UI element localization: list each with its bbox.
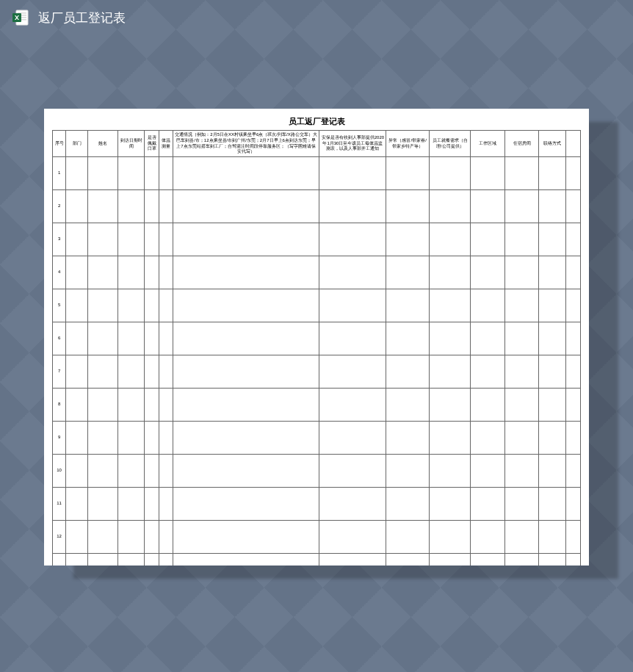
window-titlebar: 返厂员工登记表 [0, 0, 633, 35]
cell-empty [471, 190, 504, 223]
cell-empty [173, 488, 319, 521]
sheet-title: 员工返厂登记表 [44, 109, 589, 130]
cell-empty [145, 455, 159, 488]
cell-empty [319, 190, 386, 223]
cell-empty [539, 554, 565, 566]
cell-empty [539, 256, 565, 289]
cell-empty [173, 455, 319, 488]
cell-empty [471, 488, 504, 521]
cell-empty [429, 223, 471, 256]
cell-empty [145, 289, 159, 322]
sheet-container: 员工返厂登记表 序号 部门 姓名 到达日期时间 是否佩戴口罩 体温测量 交通情况… [44, 109, 589, 566]
cell-empty [504, 455, 538, 488]
cell-seq: 8 [53, 389, 66, 422]
cell-seq: 1 [53, 157, 66, 190]
cell-empty [173, 322, 319, 355]
cell-empty [145, 256, 159, 289]
cell-empty [145, 488, 159, 521]
cell-empty [173, 554, 319, 566]
cell-empty [66, 389, 88, 422]
cell-empty [539, 190, 565, 223]
cell-empty [565, 455, 580, 488]
cell-empty [386, 554, 430, 566]
table-row: 6 [53, 322, 581, 355]
cell-seq: 10 [53, 455, 66, 488]
cell-empty [429, 157, 471, 190]
cell-empty [117, 223, 144, 256]
cell-empty [88, 289, 117, 322]
cell-empty [471, 554, 504, 566]
cell-empty [429, 521, 471, 554]
cell-empty [66, 488, 88, 521]
cell-empty [88, 190, 117, 223]
cell-empty [429, 488, 471, 521]
cell-empty [565, 223, 580, 256]
cell-empty [386, 322, 430, 355]
cell-empty [319, 289, 386, 322]
cell-empty [66, 223, 88, 256]
cell-empty [117, 455, 144, 488]
col-name: 姓名 [88, 131, 117, 157]
window-title: 返厂员工登记表 [38, 10, 126, 26]
table-row: 2 [53, 190, 581, 223]
cell-empty [539, 422, 565, 455]
cell-empty [117, 157, 144, 190]
cell-empty [88, 422, 117, 455]
cell-empty [539, 322, 565, 355]
cell-empty [117, 190, 144, 223]
cell-empty [386, 289, 430, 322]
cell-empty [565, 289, 580, 322]
cell-empty [386, 488, 430, 521]
cell-empty [117, 355, 144, 389]
table-row: 9 [53, 422, 581, 455]
cell-empty [173, 355, 319, 389]
cell-empty [539, 223, 565, 256]
cell-empty [159, 521, 173, 554]
cell-empty [117, 289, 144, 322]
cell-empty [539, 521, 565, 554]
cell-empty [386, 256, 430, 289]
cell-empty [88, 488, 117, 521]
cell-empty [429, 389, 471, 422]
cell-empty [145, 389, 159, 422]
cell-empty [66, 355, 88, 389]
cell-empty [429, 355, 471, 389]
cell-empty [504, 256, 538, 289]
cell-empty [471, 455, 504, 488]
cell-empty [145, 190, 159, 223]
cell-empty [319, 488, 386, 521]
table-row: 7 [53, 355, 581, 389]
cell-empty [66, 157, 88, 190]
col-needs: 员工就餐需求（自理/公司提供） [429, 131, 471, 157]
cell-empty [145, 554, 159, 566]
cell-empty [539, 389, 565, 422]
col-temp: 体温测量 [159, 131, 173, 157]
col-contact: 联络方式 [539, 131, 565, 157]
cell-empty [66, 554, 88, 566]
cell-empty [386, 521, 430, 554]
col-mask: 是否佩戴口罩 [145, 131, 159, 157]
cell-empty [159, 157, 173, 190]
cell-empty [88, 355, 117, 389]
cell-empty [117, 256, 144, 289]
cell-empty [159, 289, 173, 322]
cell-empty [565, 157, 580, 190]
cell-empty [319, 355, 386, 389]
cell-empty [159, 190, 173, 223]
cell-empty [471, 389, 504, 422]
cell-empty [471, 256, 504, 289]
cell-empty [173, 256, 319, 289]
table-row: 1 [53, 157, 581, 190]
cell-empty [117, 389, 144, 422]
table-row: 3 [53, 223, 581, 256]
cell-empty [565, 521, 580, 554]
cell-empty [88, 223, 117, 256]
col-arrive: 到达日期时间 [117, 131, 144, 157]
cell-seq: 6 [53, 322, 66, 355]
sheet: 员工返厂登记表 序号 部门 姓名 到达日期时间 是否佩戴口罩 体温测量 交通情况… [44, 109, 589, 566]
cell-empty [471, 322, 504, 355]
cell-seq: 5 [53, 289, 66, 322]
cell-empty [159, 488, 173, 521]
col-area: 工作区域 [471, 131, 504, 157]
cell-empty [386, 157, 430, 190]
